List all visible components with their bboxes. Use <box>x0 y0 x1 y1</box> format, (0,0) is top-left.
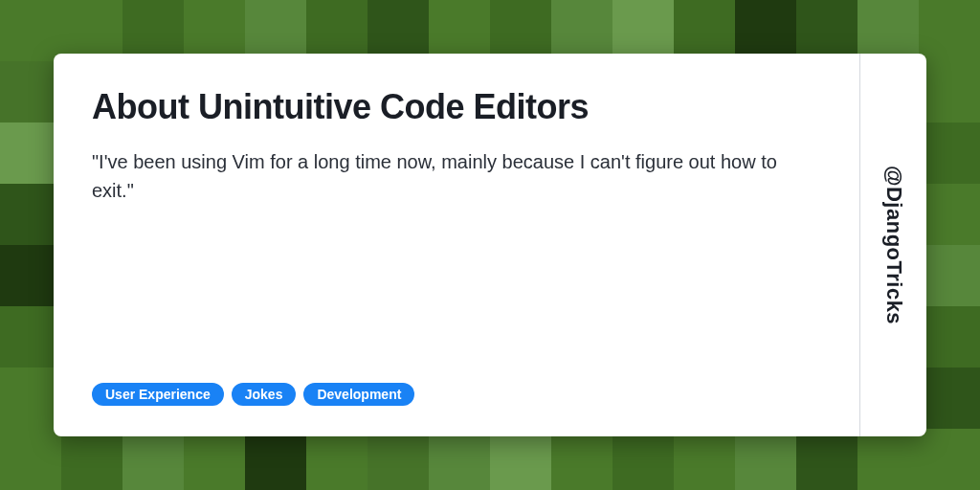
author-handle[interactable]: @DjangoTricks <box>881 166 906 324</box>
tag-list: User Experience Jokes Development <box>92 383 821 406</box>
tag-chip[interactable]: Development <box>303 383 414 406</box>
main-column: About Unintuitive Code Editors "I've bee… <box>54 54 859 436</box>
content-card: About Unintuitive Code Editors "I've bee… <box>54 54 926 436</box>
quote-body: "I've been using Vim for a long time now… <box>92 147 821 383</box>
tag-chip[interactable]: User Experience <box>92 383 224 406</box>
tag-chip[interactable]: Jokes <box>232 383 297 406</box>
side-column: @DjangoTricks <box>859 54 926 436</box>
post-title: About Unintuitive Code Editors <box>92 88 821 126</box>
